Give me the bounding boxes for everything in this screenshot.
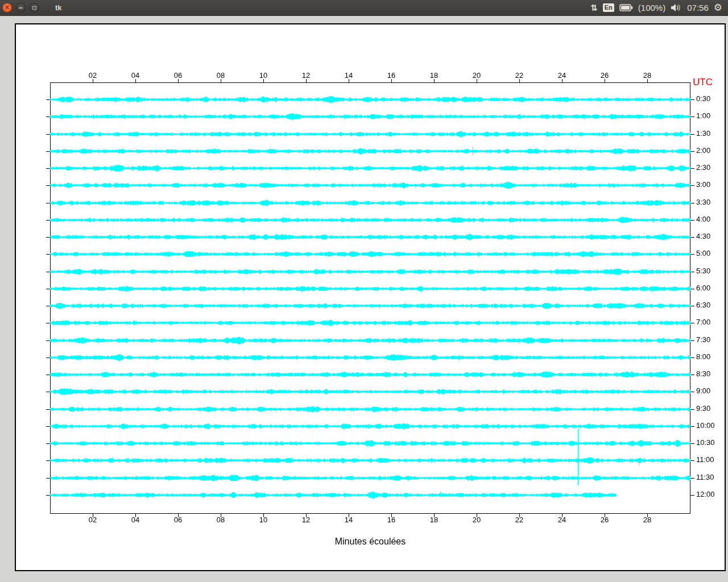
utc-time-label: 7:00 (696, 318, 710, 326)
utc-time-label: 5:00 (696, 249, 710, 257)
x-axis-title: Minutes écoulées (16, 537, 725, 547)
maximize-icon (32, 6, 36, 10)
window-close-button[interactable]: × (2, 3, 12, 13)
clock[interactable]: 07:56 (687, 3, 709, 13)
x-tick-label-top: 08 (217, 71, 225, 80)
utc-time-label: 2:00 (696, 146, 710, 155)
x-tick-label-top: 24 (558, 71, 566, 80)
x-tick-label-top: 26 (601, 71, 609, 80)
x-tick-label-top: 28 (643, 71, 651, 80)
x-tick-label-bottom: 02 (89, 516, 97, 524)
network-arrows-icon[interactable]: ⇅ (590, 3, 598, 13)
utc-time-label: 1:00 (696, 111, 710, 120)
utc-time-label: 2:30 (696, 163, 710, 172)
utc-time-label: 11:00 (696, 455, 714, 464)
seismogram-canvas (16, 24, 725, 570)
x-tick-label-bottom: 10 (259, 516, 267, 524)
utc-time-label: 3:00 (696, 180, 710, 189)
system-tray: ⇅ En (100%) 07:56 ⚙ (590, 3, 722, 13)
x-tick-label-top: 22 (515, 71, 523, 80)
x-tick-label-top: 18 (430, 71, 438, 80)
x-tick-label-top: 04 (131, 71, 139, 80)
x-tick-label-top: 20 (473, 71, 481, 80)
x-tick-label-top: 10 (259, 71, 267, 80)
x-tick-label-bottom: 12 (302, 516, 310, 524)
x-tick-label-bottom: 26 (601, 516, 609, 524)
utc-time-label: 6:00 (696, 284, 710, 292)
minimize-icon (19, 7, 23, 9)
window-maximize-button[interactable] (30, 3, 39, 13)
close-icon: × (5, 4, 9, 11)
x-tick-label-top: 12 (302, 71, 310, 80)
utc-time-label: 11:30 (696, 473, 714, 481)
battery-percent-label: (100%) (638, 3, 665, 13)
x-tick-label-bottom: 28 (643, 516, 651, 524)
x-tick-label-top: 16 (387, 71, 395, 80)
utc-time-label: 10:00 (696, 421, 715, 430)
x-tick-label-bottom: 20 (473, 516, 481, 524)
tk-window: Département de géologie et de génie géol… (15, 23, 726, 571)
utc-time-label: 4:30 (696, 232, 710, 240)
utc-time-label: 7:30 (696, 335, 710, 344)
window-controls: × (2, 3, 39, 13)
utc-time-label: 9:00 (696, 386, 710, 395)
battery-icon[interactable] (619, 4, 633, 11)
utc-time-label: 9:30 (696, 404, 710, 413)
x-tick-label-top: 02 (89, 71, 97, 80)
utc-time-label: 3:30 (696, 198, 710, 206)
volume-icon[interactable] (671, 3, 682, 12)
utc-time-label: 0:30 (696, 94, 710, 103)
x-tick-label-bottom: 04 (131, 516, 139, 524)
seismograph-plot: 0202040406060808101012121414161618182020… (16, 24, 725, 570)
gear-icon[interactable]: ⚙ (714, 3, 722, 13)
utc-time-label: 8:30 (696, 369, 710, 378)
utc-time-label: 1:30 (696, 129, 710, 138)
x-tick-label-bottom: 08 (217, 516, 225, 524)
x-tick-label-top: 06 (174, 71, 182, 80)
utc-time-label: 5:30 (696, 267, 710, 275)
utc-time-label: 10:30 (696, 438, 715, 447)
utc-time-label: 8:00 (696, 352, 710, 361)
utc-time-label: 12:00 (696, 490, 715, 498)
x-tick-label-bottom: 06 (174, 516, 182, 524)
x-tick-label-bottom: 18 (430, 516, 438, 524)
utc-axis-label: UTC (693, 77, 713, 88)
x-tick-label-bottom: 14 (345, 516, 353, 524)
window-title: tk (55, 3, 62, 12)
keyboard-layout-indicator[interactable]: En (603, 3, 614, 12)
x-tick-label-bottom: 16 (387, 516, 395, 524)
window-titlebar: × tk ⇅ En (100%) 07:56 ⚙ (0, 0, 728, 16)
x-tick-label-top: 14 (345, 71, 353, 80)
x-tick-label-bottom: 24 (558, 516, 566, 524)
utc-time-label: 4:00 (696, 215, 710, 223)
utc-time-label: 6:30 (696, 301, 710, 309)
window-minimize-button[interactable] (16, 3, 26, 13)
x-tick-label-bottom: 22 (515, 516, 523, 524)
desktop: × tk ⇅ En (100%) 07:56 ⚙ Départem (0, 0, 728, 582)
